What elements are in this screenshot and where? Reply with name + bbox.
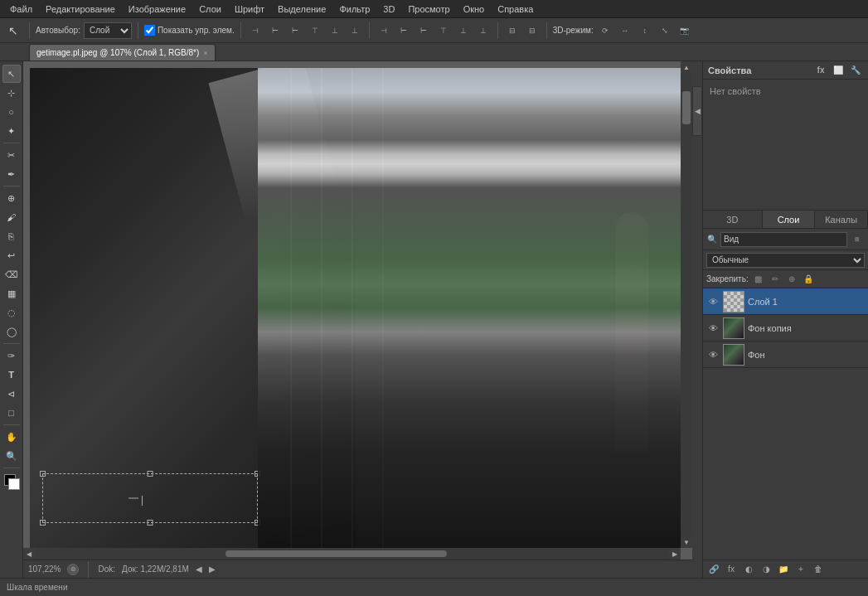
spacing-v-btn[interactable]: ⊟ [524, 22, 541, 39]
tool-move[interactable]: ↖ [2, 65, 21, 83]
menu-image[interactable]: Изображение [122, 2, 192, 16]
scroll-down-arrow[interactable]: ▼ [681, 536, 692, 548]
properties-fx-btn[interactable]: fx [813, 63, 828, 78]
layer-item-2[interactable]: 👁 Фон [703, 342, 868, 368]
handle-top-middle[interactable] [148, 471, 153, 477]
layer-link-btn[interactable]: 🔗 [706, 562, 721, 577]
align-center-v-btn[interactable]: ⊥ [327, 22, 343, 39]
tool-hand[interactable]: ✋ [2, 428, 21, 446]
menu-filter[interactable]: Фильтр [332, 2, 376, 16]
distribute-right-btn[interactable]: ⊢ [415, 22, 432, 39]
layer-fx-btn[interactable]: fx [724, 562, 739, 577]
tool-eyedropper[interactable]: ✒ [2, 165, 21, 183]
properties-mask-btn[interactable]: ⬜ [831, 63, 846, 78]
tool-gradient[interactable]: ▦ [2, 284, 21, 303]
lock-all-btn[interactable]: 🔒 [802, 273, 815, 286]
lock-position-btn[interactable]: ⊕ [785, 273, 798, 286]
menu-font[interactable]: Шрифт [228, 2, 271, 16]
tool-pen[interactable]: ✑ [2, 346, 21, 365]
3d-camera-btn[interactable]: 📷 [676, 22, 693, 39]
tool-lasso[interactable]: ○ [2, 103, 21, 121]
3d-slide-btn[interactable]: ↕ [637, 22, 653, 39]
lock-paint-btn[interactable]: ✏ [769, 273, 782, 286]
distribute-center-h-btn[interactable]: ⊢ [395, 22, 412, 39]
tool-crop[interactable]: ✂ [2, 146, 21, 164]
menu-3d[interactable]: 3D [376, 2, 401, 16]
align-right-btn[interactable]: ⊢ [287, 22, 303, 39]
layer-mask-btn[interactable]: ◐ [741, 562, 756, 577]
tab-close-btn[interactable]: × [203, 49, 207, 57]
tool-zoom[interactable]: 🔍 [2, 447, 21, 465]
canvas-h-scrollbar[interactable]: ◀ ▶ [23, 548, 681, 560]
menu-file[interactable]: Файл [3, 2, 39, 16]
spacing-h-btn[interactable]: ⊟ [504, 22, 521, 39]
handle-top-right[interactable] [255, 471, 260, 477]
handle-bottom-right[interactable] [255, 520, 260, 526]
layer-2-visibility-btn[interactable]: 👁 [706, 348, 720, 361]
scroll-right-arrow[interactable]: ▶ [669, 548, 681, 560]
h-scroll-thumb[interactable] [225, 550, 446, 557]
layer-1-visibility-btn[interactable]: 👁 [706, 322, 720, 335]
scroll-up-arrow[interactable]: ▲ [681, 61, 692, 73]
tab-3d[interactable]: 3D [703, 211, 763, 228]
menu-layers[interactable]: Слои [192, 2, 228, 16]
align-center-h-btn[interactable]: ⊢ [267, 22, 284, 39]
layer-item-1[interactable]: 👁 Фон копия [703, 315, 868, 342]
tool-blur[interactable]: ◌ [2, 303, 21, 322]
handle-top-left[interactable] [40, 471, 46, 477]
canvas-viewport[interactable]: ▲ ▼ ◀ ▶ [23, 61, 692, 560]
status-arrow-right[interactable]: ▶ [209, 565, 216, 574]
blend-mode-select[interactable]: Обычные Умножение Экран [706, 253, 865, 268]
3d-rotate-btn[interactable]: ⟳ [597, 22, 613, 39]
layer-0-visibility-btn[interactable]: 👁 [706, 295, 720, 308]
distribute-center-v-btn[interactable]: ⊥ [455, 22, 472, 39]
menu-view[interactable]: Просмотр [401, 2, 456, 16]
v-scroll-thumb[interactable] [682, 91, 691, 124]
layer-adj-btn[interactable]: ◑ [759, 562, 773, 577]
tool-history-brush[interactable]: ↩ [2, 246, 21, 264]
tool-brush[interactable]: 🖌 [2, 208, 21, 226]
distribute-bottom-btn[interactable]: ⊥ [475, 22, 492, 39]
canvas-v-scrollbar[interactable]: ▲ ▼ [681, 61, 692, 548]
menu-window[interactable]: Окно [457, 2, 492, 16]
properties-settings-btn[interactable]: 🔧 [848, 63, 863, 78]
tool-eraser[interactable]: ⌫ [2, 265, 21, 283]
zoom-indicator-btn[interactable]: ⊚ [67, 564, 79, 575]
layer-new-btn[interactable]: + [793, 562, 808, 577]
distribute-top-btn[interactable]: ⊤ [435, 22, 452, 39]
menu-help[interactable]: Справка [491, 2, 540, 16]
right-panel-collapse-arrow[interactable]: ◀ [692, 86, 702, 136]
tool-marquee[interactable]: ⊹ [2, 84, 21, 102]
status-arrow-left[interactable]: ◀ [196, 565, 202, 574]
menu-select[interactable]: Выделение [271, 2, 332, 16]
document-tab[interactable]: getimage.pl.jpeg @ 107% (Слой 1, RGB/8*)… [29, 44, 216, 61]
handle-bottom-middle[interactable] [148, 520, 153, 526]
layer-delete-btn[interactable]: 🗑 [811, 562, 826, 577]
tool-dodge[interactable]: ◯ [2, 322, 21, 341]
move-tool-options[interactable]: ↖ [3, 22, 23, 40]
align-left-btn[interactable]: ⊣ [247, 22, 264, 39]
menu-edit[interactable]: Редактирование [39, 2, 122, 16]
tool-healing[interactable]: ⊕ [2, 189, 21, 207]
tool-clone[interactable]: ⎘ [2, 227, 21, 245]
scroll-left-arrow[interactable]: ◀ [23, 548, 35, 560]
tool-shape[interactable]: □ [2, 404, 21, 422]
tool-magic-wand[interactable]: ✦ [2, 122, 21, 140]
distribute-left-btn[interactable]: ⊣ [376, 22, 392, 39]
layer-item-0[interactable]: 👁 Слой 1 [703, 288, 868, 315]
show-controls-checkbox[interactable] [144, 25, 155, 36]
autoselect-dropdown[interactable]: Слой Группа [84, 22, 132, 39]
layers-filter-btn[interactable]: ≡ [850, 232, 865, 247]
3d-scale-btn[interactable]: ⤡ [657, 22, 673, 39]
align-top-btn[interactable]: ⊤ [307, 22, 323, 39]
tab-layers[interactable]: Слои [763, 211, 816, 228]
foreground-color[interactable] [2, 472, 21, 491]
lock-pixels-btn[interactable]: ▩ [752, 273, 765, 286]
layer-group-btn[interactable]: 📁 [776, 562, 791, 577]
tab-channels[interactable]: Каналы [815, 211, 868, 228]
3d-pan-btn[interactable]: ↔ [617, 22, 633, 39]
handle-bottom-left[interactable] [40, 520, 46, 526]
tool-path-select[interactable]: ⊲ [2, 385, 21, 403]
align-bottom-btn[interactable]: ⊥ [347, 22, 363, 39]
layers-search-input[interactable] [724, 235, 844, 244]
